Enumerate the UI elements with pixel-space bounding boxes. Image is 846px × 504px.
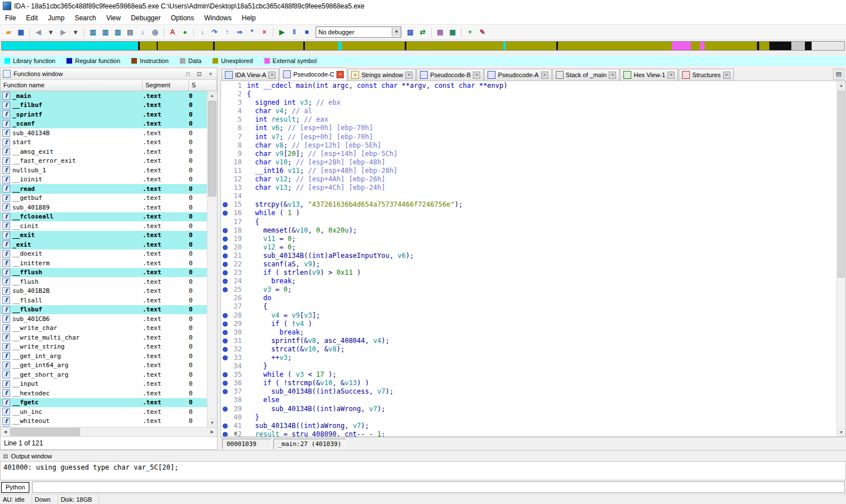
open-scripts-icon[interactable]: ▤ — [435, 26, 446, 38]
column-function-name[interactable]: Function name — [1, 80, 143, 91]
statement-dot-icon[interactable] — [221, 311, 229, 320]
run-to-cursor-icon[interactable]: ⇒ — [234, 26, 245, 38]
statement-dot-icon[interactable] — [221, 320, 229, 328]
code-vertical-scrollbar[interactable]: ▲ ▼ — [836, 81, 845, 436]
function-row[interactable]: fsub_401CB6.text0 — [1, 314, 207, 324]
code-line[interactable]: 30 break; — [221, 328, 836, 337]
code-line[interactable]: 33 ++v3; — [221, 354, 836, 362]
combo-dropdown-icon[interactable]: ▼ — [392, 28, 401, 37]
statement-dot-icon[interactable] — [221, 387, 229, 396]
switch-debugger-icon[interactable]: ⇄ — [417, 26, 428, 38]
function-row[interactable]: f__un_inc.text0 — [1, 407, 207, 417]
column-segment[interactable]: Segment — [143, 80, 189, 91]
attach-process-icon[interactable]: * — [246, 26, 258, 38]
tab-pseudocode-c[interactable]: Pseudocode-C× — [280, 68, 347, 81]
pseudocode-view[interactable]: 1int __cdecl main(int argc, const char *… — [221, 81, 836, 436]
debugger-windows-icon[interactable]: ▧ — [405, 26, 416, 38]
windows-list-icon[interactable]: ▤ — [125, 26, 136, 38]
function-row[interactable]: f__cinit.text0 — [1, 221, 207, 231]
function-row[interactable]: f_scanf.text0 — [1, 119, 207, 129]
code-line[interactable]: 3 signed int v3; // ebx — [221, 99, 836, 107]
function-row[interactable]: fsub_401889.text0 — [1, 203, 207, 212]
statement-dot-icon[interactable] — [221, 200, 229, 209]
code-line[interactable]: 18 memset(&v10, 0, 0x20u); — [221, 226, 836, 235]
text-search-icon[interactable]: A — [167, 26, 178, 38]
scroll-track[interactable] — [207, 100, 217, 418]
cli-selector-button[interactable]: Python — [1, 482, 29, 493]
function-row[interactable]: fsub_40134B.text0 — [1, 128, 207, 138]
jump-to-address-icon[interactable]: ▥ — [87, 26, 99, 38]
functions-vertical-scrollbar[interactable]: ▲ ▼ — [207, 91, 217, 427]
cli-input[interactable] — [32, 481, 845, 493]
tab-pseudocode-a[interactable]: Pseudocode-A× — [484, 69, 551, 81]
code-line[interactable]: 32 strcat(&v10, &v8); — [221, 345, 836, 354]
step-into-icon[interactable]: ↓ — [197, 26, 208, 38]
code-line[interactable]: 22 scanf(aS, v9); — [221, 260, 836, 269]
tab-close-icon[interactable]: × — [541, 72, 548, 79]
function-row[interactable]: f__fgetc.text0 — [1, 398, 207, 408]
scroll-down-icon[interactable]: ▼ — [837, 428, 845, 436]
code-line[interactable]: 37 sub_40134B((int)aSuccess, v7); — [221, 387, 836, 396]
scroll-up-icon[interactable]: ▲ — [207, 91, 217, 100]
function-row[interactable]: f__fast_error_exit.text0 — [1, 157, 207, 166]
statement-dot-icon[interactable] — [221, 277, 229, 286]
cancel-debugger-icon[interactable]: × — [259, 26, 270, 38]
scroll-track[interactable] — [10, 427, 207, 436]
function-row[interactable]: fsub_401B2B.text0 — [1, 287, 207, 296]
scroll-left-icon[interactable]: ◀ — [1, 430, 10, 434]
menu-file[interactable]: File — [0, 12, 21, 24]
code-scroll-down-icon[interactable]: ▼ — [233, 431, 237, 435]
menu-windows[interactable]: Windows — [199, 12, 237, 24]
function-row[interactable]: f__fcloseall.text0 — [1, 212, 207, 222]
code-line[interactable]: 12 char v12; // [esp+4Ah] [ebp-26h] — [221, 175, 836, 184]
code-line[interactable]: 5 int result; // eax — [221, 115, 836, 124]
code-line[interactable]: 8 char v8; // [esp+12h] [ebp-5Eh] — [221, 141, 836, 150]
function-row[interactable]: f__initterm.text0 — [1, 258, 207, 268]
code-line[interactable]: 19 v11 = 0; — [221, 235, 836, 243]
code-line[interactable]: 17 { — [221, 218, 836, 226]
function-row[interactable]: f_main.text0 — [1, 91, 207, 101]
function-row[interactable]: f__get_int64_arg.text0 — [1, 361, 207, 371]
statement-dot-icon[interactable] — [221, 422, 229, 430]
statement-dot-icon[interactable] — [221, 337, 229, 345]
run-until-return-icon[interactable]: ↑ — [222, 26, 233, 38]
code-line[interactable]: 41 sub_40134B((int)aWrong, v7); — [221, 422, 836, 430]
tab-close-icon[interactable]: × — [723, 72, 730, 79]
menu-view[interactable]: View — [101, 12, 126, 24]
menu-edit[interactable]: Edit — [21, 12, 43, 24]
code-line[interactable]: 2{ — [221, 90, 836, 99]
window-list-icon[interactable]: ▤ — [833, 69, 844, 80]
tab-close-icon[interactable]: × — [609, 72, 616, 79]
function-row[interactable]: f__get_int_arg.text0 — [1, 351, 207, 361]
function-row[interactable]: f__flsbuf.text0 — [1, 305, 207, 315]
statement-dot-icon[interactable] — [221, 405, 229, 413]
function-row[interactable]: f__write_multi_char.text0 — [1, 333, 207, 342]
code-line[interactable]: 26 do — [221, 294, 836, 302]
stop-process-icon[interactable]: ■ — [301, 26, 312, 38]
scroll-right-icon[interactable]: ▶ — [207, 430, 217, 434]
function-row[interactable]: f__hextodec.text0 — [1, 389, 207, 398]
code-line[interactable]: 29 if ( !v4 ) — [221, 320, 836, 328]
statement-dot-icon[interactable] — [221, 328, 229, 337]
analysis-indicator-icon[interactable]: ● — [179, 26, 191, 38]
navigation-band[interactable] — [1, 41, 845, 51]
step-over-icon[interactable]: ↷ — [209, 26, 220, 38]
statement-dot-icon[interactable] — [221, 226, 229, 235]
statement-dot-icon[interactable] — [221, 209, 229, 217]
statement-dot-icon[interactable] — [221, 269, 229, 277]
patch-program-icon[interactable]: ✎ — [477, 26, 488, 38]
tab-close-icon[interactable]: × — [336, 71, 344, 78]
function-row[interactable]: f_sprintf.text0 — [1, 110, 207, 119]
dock-icon[interactable]: ⊡ — [195, 70, 203, 78]
code-line[interactable]: 38 else — [221, 396, 836, 404]
statement-dot-icon[interactable] — [221, 243, 229, 252]
function-row[interactable]: f__ioinit.text0 — [1, 175, 207, 185]
scroll-track[interactable] — [837, 90, 845, 428]
function-row[interactable]: fstart.text0 — [1, 138, 207, 148]
code-line[interactable]: 31 sprintf(&v8, asc_408044, v4); — [221, 337, 836, 345]
tab-close-icon[interactable]: × — [405, 72, 413, 79]
debugger-combo[interactable]: No debugger▼ — [316, 26, 401, 38]
code-line[interactable]: 14 — [221, 192, 836, 200]
maximize-icon[interactable]: □ — [184, 70, 192, 78]
code-line[interactable]: 25 v3 = 0; — [221, 286, 836, 294]
